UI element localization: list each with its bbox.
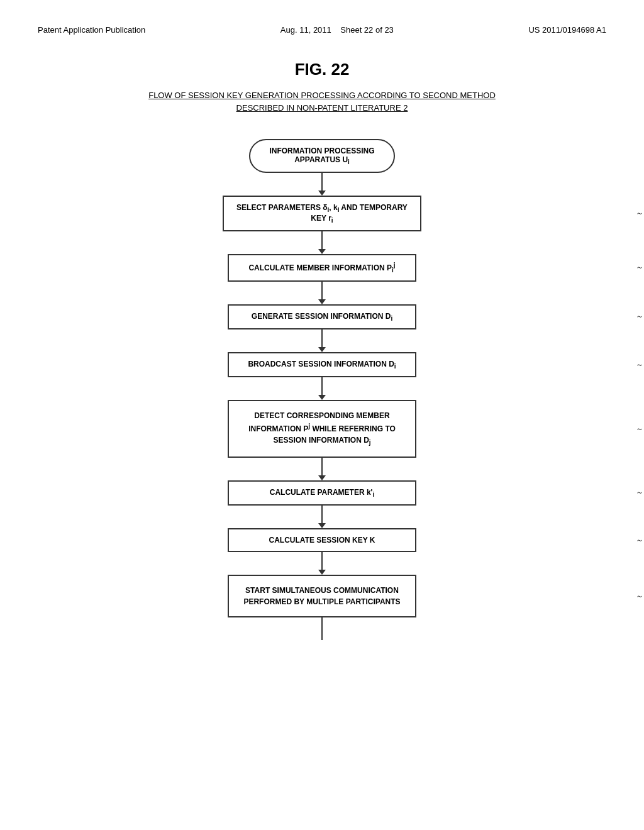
header-patent-number: US 2011/0194698 A1	[528, 25, 606, 35]
step-s963-box: CALCULATE MEMBER INFORMATION Pij	[228, 254, 416, 281]
subtitle-line1: FLOW OF SESSION KEY GENERATION PROCESSIN…	[148, 91, 496, 100]
arrow-line-3	[321, 329, 323, 347]
step-s973-box: CALCULATE SESSION KEY K	[228, 528, 416, 552]
header: Patent Application Publication Aug. 11, …	[38, 25, 606, 35]
start-node-row: INFORMATION PROCESSINGAPPARATUS Ui	[38, 139, 606, 173]
step-s961-row: SELECT PARAMETERS δi, ki AND TEMPORARYKE…	[38, 196, 606, 231]
arrow-line-6	[321, 506, 323, 523]
arrow-3	[318, 329, 326, 352]
step-s967-box: BROADCAST SESSION INFORMATION Di	[228, 352, 416, 377]
diagram-subtitle: FLOW OF SESSION KEY GENERATION PROCESSIN…	[38, 89, 606, 114]
arrow-2	[318, 282, 326, 304]
step-s961-label: ～ S961	[636, 208, 644, 219]
arrow-line-7	[321, 552, 323, 570]
arrow-line-4	[321, 377, 323, 395]
step-s975-row: START SIMULTANEOUS COMMUNICATIONPERFORME…	[38, 575, 606, 617]
step-s965-row: GENERATE SESSION INFORMATION Di ～ S965	[38, 304, 606, 329]
step-s971-row: CALCULATE PARAMETER k'i ～ S971	[38, 480, 606, 506]
step-s965-label: ～ S965	[636, 311, 644, 322]
header-date-sheet: Aug. 11, 2011 Sheet 22 of 23	[280, 25, 394, 35]
arrow-line-0	[321, 173, 323, 191]
header-date: Aug. 11, 2011	[280, 25, 331, 35]
arrow-6	[318, 506, 326, 528]
header-sheet: Sheet 22 of 23	[340, 25, 394, 35]
arrow-head-0	[318, 191, 326, 196]
arrow-head-2	[318, 299, 326, 304]
step-s965-box: GENERATE SESSION INFORMATION Di	[228, 304, 416, 329]
step-s969-label: ～ S969	[636, 424, 644, 434]
header-publication-label: Patent Application Publication	[38, 25, 145, 35]
step-s963-row: CALCULATE MEMBER INFORMATION Pij ～ S963	[38, 254, 606, 281]
figure-title: FIG. 22	[38, 60, 606, 79]
step-s969-box: DETECT CORRESPONDING MEMBERINFORMATION P…	[228, 400, 416, 457]
arrow-line-1	[321, 231, 323, 249]
flowchart: INFORMATION PROCESSINGAPPARATUS Ui SELEC…	[38, 139, 606, 640]
step-s975-box: START SIMULTANEOUS COMMUNICATIONPERFORME…	[228, 575, 416, 617]
start-node: INFORMATION PROCESSINGAPPARATUS Ui	[249, 139, 394, 173]
arrow-line-2	[321, 282, 323, 299]
step-s963-label: ～ S963	[636, 262, 644, 273]
subtitle-line2: DESCRIBED IN NON-PATENT LITERATURE 2	[236, 103, 408, 113]
arrow-4	[318, 377, 326, 400]
arrow-7	[318, 552, 326, 575]
step-s971-label: ～ S971	[636, 487, 644, 498]
arrow-head-1	[318, 249, 326, 254]
step-s967-label: ～ S967	[636, 360, 644, 370]
arrow-line-5	[321, 458, 323, 475]
arrow-5	[318, 458, 326, 480]
arrow-head-5	[318, 475, 326, 480]
arrow-head-3	[318, 347, 326, 352]
arrow-head-4	[318, 395, 326, 400]
arrow-head-6	[318, 523, 326, 528]
arrow-0	[318, 173, 326, 196]
step-s961-box: SELECT PARAMETERS δi, ki AND TEMPORARYKE…	[223, 196, 421, 231]
step-s971-box: CALCULATE PARAMETER k'i	[228, 480, 416, 506]
trailing-line	[321, 617, 323, 640]
step-s973-row: CALCULATE SESSION KEY K ～ S973	[38, 528, 606, 552]
arrow-head-7	[318, 570, 326, 575]
step-s973-label: ～ S973	[636, 535, 644, 546]
step-s967-row: BROADCAST SESSION INFORMATION Di ～ S967	[38, 352, 606, 377]
page: Patent Application Publication Aug. 11, …	[0, 0, 644, 830]
step-s969-row: DETECT CORRESPONDING MEMBERINFORMATION P…	[38, 400, 606, 457]
step-s975-label: ～ S975	[636, 591, 644, 602]
arrow-1	[318, 231, 326, 254]
